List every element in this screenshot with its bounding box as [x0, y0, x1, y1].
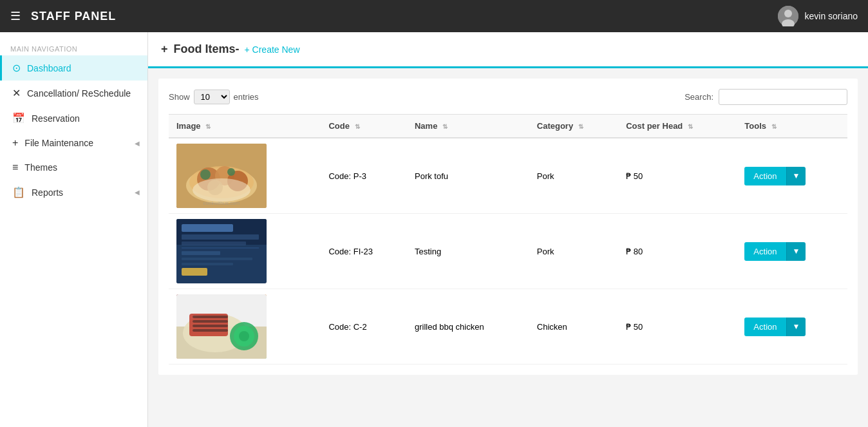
- page-title: + Food Items-: [161, 43, 240, 56]
- col-header-cost-per-head: Cost per Head ⇅: [618, 115, 737, 138]
- svg-rect-18: [182, 242, 246, 245]
- svg-rect-28: [193, 316, 228, 318]
- navbar-left: ☰ STAFF PANEL: [10, 9, 116, 23]
- show-entries: Show 10 25 50 100 entries: [169, 90, 259, 104]
- sort-icon-category[interactable]: ⇅: [578, 123, 583, 130]
- table-header-row: Image ⇅ Code ⇅ Name ⇅ Category: [169, 115, 847, 138]
- entries-label: entries: [234, 92, 259, 102]
- table-container: Show 10 25 50 100 entries Search:: [158, 79, 858, 375]
- cell-tools-3: Action ▼: [737, 289, 847, 365]
- action-btn-group-3: Action ▼: [744, 318, 840, 336]
- action-button-1[interactable]: Action: [744, 167, 786, 185]
- col-header-code: Code ⇅: [321, 115, 407, 138]
- svg-point-12: [227, 168, 235, 176]
- svg-text:cookwithus.com: cookwithus.com: [203, 200, 240, 206]
- username: kevin soriano: [805, 11, 858, 21]
- sidebar-item-label-dashboard: Dashboard: [27, 63, 71, 73]
- svg-rect-21: [182, 258, 252, 260]
- reservation-icon: 📅: [12, 112, 25, 124]
- svg-rect-20: [182, 251, 220, 255]
- file-maintenance-icon: +: [12, 137, 18, 149]
- cell-image-3: [169, 289, 321, 365]
- navbar-right: kevin soriano: [778, 6, 858, 26]
- cell-category-1: Pork: [529, 138, 618, 214]
- sidebar-item-dashboard[interactable]: ⊙ Dashboard: [0, 55, 147, 81]
- action-btn-group-2: Action ▼: [744, 242, 840, 261]
- svg-point-11: [200, 169, 211, 180]
- svg-point-1: [784, 10, 792, 17]
- cell-image-2: [169, 214, 321, 289]
- cell-category-2: Pork: [529, 214, 618, 289]
- action-button-2[interactable]: Action: [744, 242, 786, 261]
- col-header-image: Image ⇅: [169, 115, 321, 138]
- col-header-category: Category ⇅: [529, 115, 618, 138]
- sort-icon-tools[interactable]: ⇅: [771, 123, 777, 130]
- sort-icon-cost[interactable]: ⇅: [688, 123, 693, 130]
- search-input[interactable]: [719, 89, 847, 105]
- themes-icon: ≡: [12, 162, 18, 173]
- page-title-icon: +: [161, 43, 168, 55]
- sort-icon-name[interactable]: ⇅: [442, 123, 448, 130]
- food-image-grilled-bbq: [176, 294, 267, 359]
- svg-rect-29: [193, 320, 228, 323]
- col-header-tools: Tools ⇅: [737, 115, 847, 138]
- sort-icon-image[interactable]: ⇅: [205, 123, 211, 130]
- svg-rect-30: [193, 325, 228, 327]
- svg-rect-23: [182, 268, 207, 276]
- app-title: STAFF PANEL: [31, 10, 116, 23]
- action-button-3[interactable]: Action: [744, 318, 786, 336]
- sidebar-item-reports[interactable]: 📋 Reports: [0, 180, 147, 205]
- action-btn-group-1: Action ▼: [744, 167, 840, 185]
- svg-rect-17: [182, 234, 259, 240]
- cell-code-1: Code: P-3: [321, 138, 407, 214]
- sidebar-item-themes[interactable]: ≡ Themes: [0, 155, 147, 180]
- entries-select[interactable]: 10 25 50 100: [194, 90, 230, 104]
- search-box: Search:: [684, 89, 847, 105]
- cell-cost-1: ₱ 50: [618, 138, 737, 214]
- col-header-name: Name ⇅: [407, 115, 529, 138]
- svg-point-10: [193, 178, 250, 202]
- reports-icon: 📋: [12, 186, 25, 198]
- cell-name-1: Pork tofu: [407, 138, 529, 214]
- cell-code-3: Code: C-2: [321, 289, 407, 365]
- main-content: + Food Items- + Create New Show 10 25 50…: [148, 32, 868, 427]
- table-row: Code: C-2 grilled bbq chicken Chicken ₱ …: [169, 289, 847, 365]
- sort-icon-code[interactable]: ⇅: [355, 123, 360, 130]
- navbar: ☰ STAFF PANEL kevin soriano: [0, 0, 868, 32]
- dashboard-icon: ⊙: [12, 62, 21, 74]
- cell-tools-1: Action ▼: [737, 138, 847, 214]
- avatar: [778, 6, 798, 26]
- create-new-link[interactable]: + Create New: [245, 44, 300, 55]
- table-controls: Show 10 25 50 100 entries Search:: [169, 89, 847, 105]
- table-row: Code: FI-23 Testing Pork ₱ 80 Action ▼: [169, 214, 847, 289]
- sidebar-item-label-cancellation: Cancellation/ ReSchedule: [27, 88, 131, 99]
- sidebar-item-cancellation[interactable]: ✕ Cancellation/ ReSchedule: [0, 81, 147, 106]
- svg-rect-31: [193, 329, 228, 332]
- svg-point-34: [239, 331, 249, 341]
- show-label: Show: [169, 92, 190, 102]
- cell-cost-3: ₱ 50: [618, 289, 737, 365]
- cell-cost-2: ₱ 80: [618, 214, 737, 289]
- data-table: Image ⇅ Code ⇅ Name ⇅ Category: [169, 114, 847, 365]
- cancel-icon: ✕: [12, 87, 21, 99]
- cell-name-2: Testing: [407, 214, 529, 289]
- hamburger-icon[interactable]: ☰: [10, 9, 21, 23]
- svg-rect-22: [182, 263, 233, 265]
- search-label: Search:: [684, 92, 713, 102]
- table-row: cookwithus.com Code: P-3 Pork tofu Pork …: [169, 138, 847, 214]
- svg-rect-19: [182, 247, 259, 249]
- cell-image-1: cookwithus.com: [169, 138, 321, 214]
- sidebar-item-label-reports: Reports: [32, 187, 63, 198]
- content-header: + Food Items- + Create New: [148, 32, 868, 68]
- action-dropdown-2[interactable]: ▼: [786, 242, 806, 261]
- food-image-testing: [176, 219, 267, 283]
- sidebar-section-label: MAIN NAVIGATION: [0, 39, 147, 55]
- action-dropdown-3[interactable]: ▼: [786, 318, 806, 336]
- sidebar-item-reservation[interactable]: 📅 Reservation: [0, 106, 147, 131]
- layout: MAIN NAVIGATION ⊙ Dashboard ✕ Cancellati…: [0, 32, 868, 427]
- sidebar-item-file-maintenance[interactable]: + File Maintenance: [0, 131, 147, 155]
- action-dropdown-1[interactable]: ▼: [786, 167, 806, 185]
- food-image-pork-tofu: cookwithus.com: [176, 144, 267, 208]
- svg-rect-16: [182, 224, 233, 232]
- cell-code-2: Code: FI-23: [321, 214, 407, 289]
